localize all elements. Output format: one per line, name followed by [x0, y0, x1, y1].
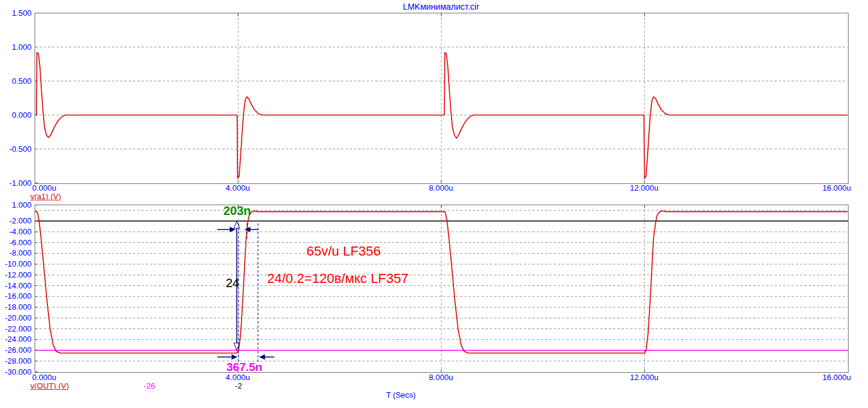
x-tick-label: 4.000u [226, 373, 250, 381]
y-tick-label: -24.000 [0, 335, 32, 344]
y-tick-label: -10.000 [0, 260, 32, 268]
rise-time-203n-label[interactable]: 203n [223, 205, 251, 217]
y-tick-label: 0.500 [0, 77, 32, 86]
legend-va1[interactable]: v(a1) (V) [30, 192, 61, 201]
y-tick-label: -28.000 [0, 357, 32, 365]
note-lf357[interactable]: 24/0.2=120в/мкс LF357 [267, 272, 409, 285]
y-tick-label: -22.000 [0, 325, 32, 333]
x-tick-label: 8.000u [429, 373, 453, 381]
y-tick-label: -4.000 [0, 228, 32, 236]
y-tick-label: 1.000 [0, 201, 32, 209]
x-tick-label: 16.000u [822, 184, 851, 192]
x-tick-label: 12.000u [630, 373, 659, 381]
x-axis-title: T (Secs) [386, 391, 416, 399]
cursor-value-minus2: -2 [226, 382, 251, 390]
y-tick-label: 1.500 [0, 9, 32, 18]
x-tick-label: 8.000u [429, 184, 453, 192]
y-tick-label: -14.000 [0, 282, 32, 290]
y-tick-label: -16.000 [0, 292, 32, 301]
y-tick-label: -6.000 [0, 239, 32, 247]
legend-vout[interactable]: v(OUT) (V) [30, 382, 69, 390]
y-tick-label: -2.000 [0, 217, 32, 225]
y-tick-label: -18.000 [0, 303, 32, 311]
y-tick-label: -12.000 [0, 271, 32, 279]
chart-vout-plot-area[interactable] [35, 205, 849, 373]
x-tick-label: 16.000u [822, 373, 851, 381]
y-tick-label: 1.000 [0, 43, 32, 52]
chart-va1-plot-area[interactable] [35, 13, 849, 184]
rise-time-367n-label[interactable]: 367.5n [226, 361, 262, 373]
x-tick-label: 0.000u [32, 184, 56, 192]
y-tick-label: -30.000 [0, 368, 32, 376]
y-tick-label: -20.000 [0, 314, 32, 322]
y-tick-label: -0.500 [0, 145, 32, 154]
note-lf356[interactable]: 65v/u LF356 [307, 245, 381, 258]
x-tick-label: 0.000u [32, 373, 56, 381]
x-tick-label: 12.000u [630, 184, 659, 192]
y-tick-label: -1.000 [0, 179, 32, 188]
y-tick-label: 0.000 [0, 111, 32, 120]
microcap-analysis-window: LMKминималист.cir 203n 24 367.5n 65v/u L… [0, 0, 868, 408]
y-tick-label: -8.000 [0, 249, 32, 257]
x-tick-label: 4.000u [226, 184, 250, 192]
delta-v-24-label[interactable]: 24 [226, 277, 239, 289]
page-title: LMKминималист.cir [35, 2, 847, 12]
cursor-value-minus26: -26 [137, 382, 161, 390]
y-tick-label: -26.000 [0, 346, 32, 355]
